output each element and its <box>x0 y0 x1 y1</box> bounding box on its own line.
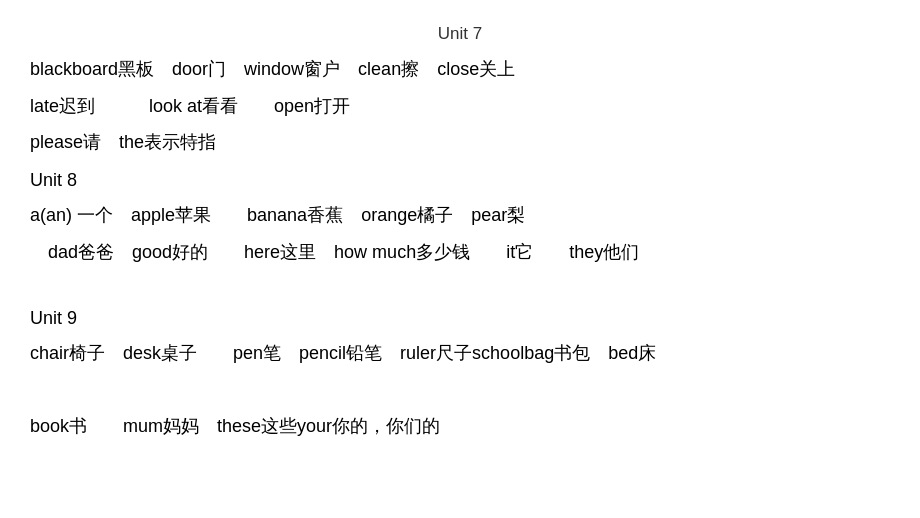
unit7-line1: blackboard黑板 door门 window窗户 clean擦 close… <box>30 53 890 85</box>
page-content: Unit 7 blackboard黑板 door门 window窗户 clean… <box>30 20 890 442</box>
unit9-line3: book书 mum妈妈 these这些your你的，你们的 <box>30 410 890 442</box>
unit9-line2 <box>30 373 890 405</box>
unit7-header: Unit 7 <box>30 20 890 47</box>
unit7-line3: please请 the表示特指 <box>30 126 890 158</box>
unit7-line2: late迟到 look at看看 open打开 <box>30 90 890 122</box>
unit8-label: Unit 8 <box>30 166 890 195</box>
unit8-line2: dad爸爸 good好的 here这里 how much多少钱 it它 they… <box>30 236 890 268</box>
unit8-line1: a(an) 一个 apple苹果 banana香蕉 orange橘子 pear梨 <box>30 199 890 231</box>
unit9-label: Unit 9 <box>30 304 890 333</box>
unit9-line1: chair椅子 desk桌子 pen笔 pencil铅笔 ruler尺子scho… <box>30 337 890 369</box>
